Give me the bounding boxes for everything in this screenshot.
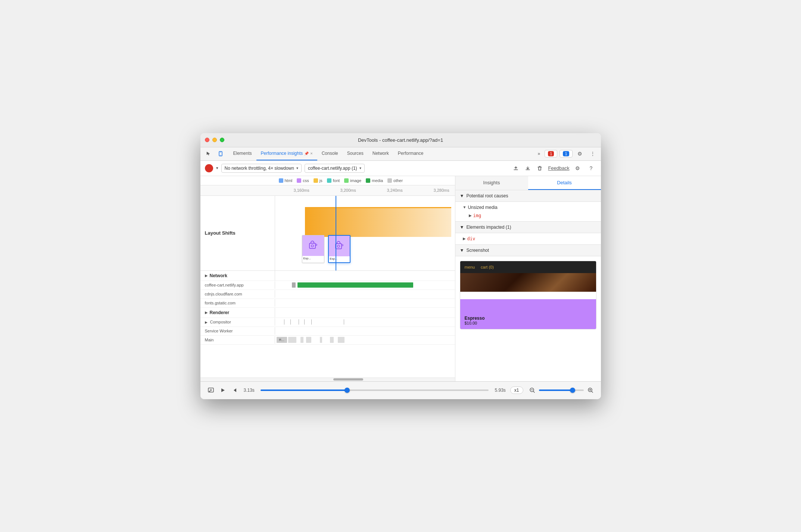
zoom-slider-fill: [539, 389, 573, 391]
tab-sources[interactable]: Sources: [343, 147, 368, 160]
message-badge-button[interactable]: 1: [560, 150, 572, 157]
speed-badge[interactable]: x1: [510, 387, 523, 394]
tab-performance-insights[interactable]: Performance insights 📌 ×: [256, 147, 317, 160]
window-title: DevTools - coffee-cart.netlify.app/?ad=1: [358, 137, 443, 143]
message-count-badge: 1: [563, 151, 569, 156]
url-dropdown[interactable]: coffee-cart.netlify.app (1) ▾: [305, 164, 365, 173]
potential-root-causes-header[interactable]: ▼ Potential root causes: [455, 190, 601, 202]
elements-impacted-label: Elements impacted (1): [466, 225, 511, 230]
timeline-playback-slider[interactable]: [261, 389, 489, 391]
tab-console[interactable]: Console: [317, 147, 343, 160]
renderer-label[interactable]: ▶ Renderer: [200, 308, 275, 317]
svg-rect-5: [336, 244, 342, 249]
zoom-out-button[interactable]: [528, 386, 537, 395]
tab-network[interactable]: Network: [368, 147, 393, 160]
right-tabs: Insights Details: [455, 176, 601, 190]
network-row-2: cdnjs.cloudflare.com: [200, 290, 455, 299]
css-label: css: [303, 178, 309, 183]
tab-performance[interactable]: Performance: [393, 147, 428, 160]
elements-impacted-header[interactable]: ▼ Elements impacted (1): [455, 222, 601, 233]
bottom-bar: 3.13s 5.93s x1: [200, 381, 601, 399]
screenshot-header[interactable]: ▼ Screenshot: [455, 245, 601, 256]
maximize-button[interactable]: [220, 138, 224, 142]
tick-3240: 3,240ms: [387, 188, 403, 193]
font-color: [327, 178, 331, 183]
feedback-link[interactable]: Feedback: [548, 165, 569, 171]
upload-button[interactable]: [511, 163, 521, 173]
main-task-3: [300, 337, 303, 343]
more-tabs-button[interactable]: »: [536, 150, 543, 158]
service-worker-label: Service Worker: [200, 327, 275, 335]
div-item[interactable]: ▶ div: [455, 235, 601, 243]
img-item[interactable]: ▶ img: [455, 212, 601, 220]
throttling-dropdown[interactable]: No network throttling, 4× slowdown ▾: [221, 164, 302, 173]
mobile-icon[interactable]: [215, 148, 226, 159]
zoom-in-button[interactable]: [586, 386, 595, 395]
tab-bar: Elements Performance insights 📌 × Consol…: [200, 147, 601, 161]
compositor-row: ▶ Compositor: [200, 318, 455, 327]
layout-shifts-label: Layout Shifts: [200, 196, 275, 270]
more-options-icon[interactable]: ⋮: [587, 148, 598, 159]
network-row-3: fonts.gstatic.com: [200, 299, 455, 308]
pin-icon: 📌: [304, 151, 309, 156]
svg-rect-9: [209, 391, 210, 392]
tab-insights[interactable]: Insights: [455, 176, 528, 190]
title-bar: DevTools - coffee-cart.netlify.app/?ad=1: [200, 133, 601, 147]
go-to-start-button[interactable]: [230, 386, 239, 395]
tab-elements[interactable]: Elements: [229, 147, 256, 160]
right-content: ▼ Potential root causes ▼ Unsized media …: [455, 190, 601, 381]
settings-icon[interactable]: ⚙: [575, 148, 585, 159]
zoom-slider[interactable]: [539, 389, 584, 391]
cart-link: cart (0): [481, 265, 494, 269]
tick-3160: 3,160ms: [294, 188, 309, 193]
download-button[interactable]: [523, 163, 533, 173]
network-row-3-label: fonts.gstatic.com: [200, 299, 275, 307]
net-bar-gray: [292, 282, 296, 288]
tick-2: [290, 319, 291, 325]
url-arrow-icon: ▾: [359, 166, 361, 170]
svg-point-2: [220, 155, 221, 156]
network-label[interactable]: ▶ Network: [200, 271, 275, 281]
record-button[interactable]: [205, 164, 213, 172]
main-tabs: Elements Performance insights 📌 × Consol…: [229, 147, 428, 160]
legend-image: image: [344, 178, 361, 183]
play-button[interactable]: [218, 386, 227, 395]
network-row-2-bar: [275, 290, 455, 298]
record-dropdown-arrow[interactable]: ▾: [216, 166, 218, 170]
tab-details[interactable]: Details: [528, 176, 601, 190]
network-section-content: [275, 271, 455, 281]
screenshot-collapse-icon: ▼: [460, 248, 464, 253]
scrollbar-thumb[interactable]: [333, 378, 363, 381]
main-task-2: [288, 337, 296, 343]
legend-media: media: [366, 178, 383, 183]
service-worker-content: [275, 330, 455, 332]
renderer-section-header: ▶ Renderer: [200, 308, 455, 318]
network-row-1: coffee-cart.netlify.app: [200, 281, 455, 290]
time-end-label: 5.93s: [495, 388, 505, 393]
main-label: Main: [200, 336, 275, 344]
screenshot-toggle-button[interactable]: [206, 386, 215, 395]
speed-control: x1: [510, 387, 523, 394]
main-task-6: [330, 337, 334, 343]
svg-point-4: [311, 245, 314, 247]
potential-root-causes-content: ▼ Unsized media ▶ img: [455, 202, 601, 221]
renderer-section-content: [275, 308, 455, 317]
minimize-button[interactable]: [212, 138, 217, 142]
delete-button[interactable]: [534, 163, 545, 173]
cursor-icon[interactable]: [203, 148, 214, 159]
main-content-area: R...: [275, 336, 455, 344]
error-badge-button[interactable]: 1: [545, 150, 557, 157]
close-button[interactable]: [205, 138, 209, 142]
help-icon[interactable]: ?: [586, 163, 596, 173]
timeline-scrollbar[interactable]: [200, 378, 455, 381]
unsized-media-arrow: ▼: [463, 205, 467, 209]
media-color: [366, 178, 370, 183]
network-row-1-label: coffee-cart.netlify.app: [200, 281, 275, 289]
shift-bar: [305, 207, 451, 237]
tab-close-icon[interactable]: ×: [310, 151, 312, 156]
unsized-media-item[interactable]: ▼ Unsized media: [455, 203, 601, 212]
error-count-badge: 1: [548, 151, 554, 156]
timeline-scrollable-content[interactable]: Layout Shifts: [200, 196, 455, 378]
main-task-r: R...: [277, 337, 287, 343]
settings-gear-icon[interactable]: ⚙: [573, 163, 583, 173]
